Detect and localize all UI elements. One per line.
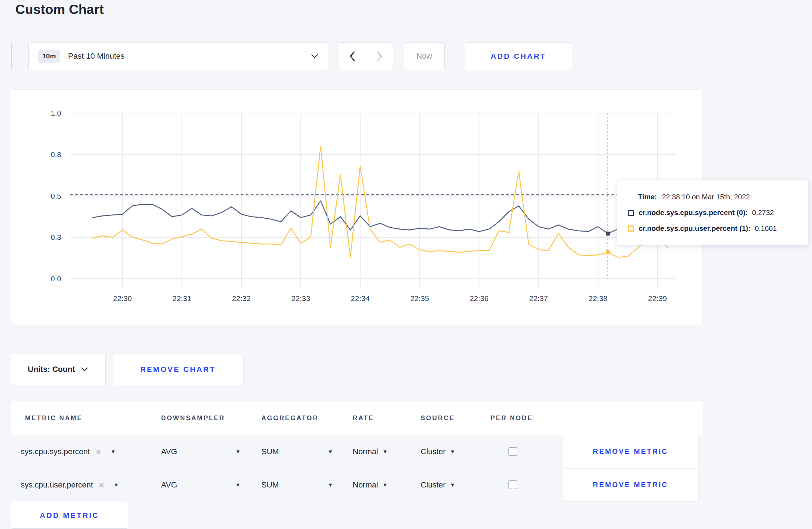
next-time-button[interactable] bbox=[366, 43, 393, 70]
svg-text:22:35: 22:35 bbox=[410, 294, 429, 302]
caret-down-icon: ▼ bbox=[450, 448, 455, 455]
per-node-checkbox[interactable] bbox=[508, 447, 517, 456]
svg-text:22:34: 22:34 bbox=[351, 294, 370, 302]
chart-tooltip: Time: 22:38:10 on Mar 15th, 2022 cr.node… bbox=[617, 180, 808, 245]
svg-text:22:36: 22:36 bbox=[470, 294, 489, 302]
time-range-select[interactable]: 10m Past 10 Minutes bbox=[28, 42, 328, 70]
caret-down-icon: ▼ bbox=[382, 448, 388, 455]
svg-text:0.3: 0.3 bbox=[51, 233, 61, 241]
header-downsampler: DOWNSAMPLER bbox=[161, 414, 225, 422]
downsampler-select[interactable]: AVG ▼ bbox=[161, 468, 241, 501]
svg-text:22:38: 22:38 bbox=[589, 294, 608, 302]
aggregator-value: SUM bbox=[261, 480, 279, 490]
header-aggregator: AGGREGATOR bbox=[261, 414, 319, 422]
chevron-down-icon bbox=[81, 367, 88, 372]
add-chart-button[interactable]: ADD CHART bbox=[465, 42, 572, 70]
units-label: Units: Count bbox=[28, 365, 75, 374]
svg-text:0.5: 0.5 bbox=[51, 192, 61, 200]
metric-name-select[interactable]: sys.cpu.sys.percent × ▼ bbox=[21, 435, 175, 468]
chart-card: 22:3022:3122:3222:3322:3422:3522:3622:37… bbox=[11, 89, 703, 325]
remove-metric-button[interactable]: REMOVE METRIC bbox=[562, 468, 699, 501]
rate-select[interactable]: Normal ▼ bbox=[353, 435, 388, 468]
header-metric-name: METRIC NAME bbox=[25, 414, 83, 422]
svg-text:22:31: 22:31 bbox=[173, 294, 192, 302]
chevron-down-icon bbox=[311, 54, 319, 59]
tooltip-user-label: cr.node.sys.cpu.user.percent (1): bbox=[639, 224, 750, 233]
aggregator-value: SUM bbox=[261, 447, 279, 456]
downsampler-select[interactable]: AVG ▼ bbox=[161, 435, 241, 468]
svg-text:22:33: 22:33 bbox=[291, 294, 310, 302]
aggregator-select[interactable]: SUM ▼ bbox=[261, 435, 333, 468]
rate-value: Normal bbox=[353, 480, 378, 490]
tooltip-sys-value: 0.2732 bbox=[752, 209, 774, 217]
metric-row-sys: sys.cpu.sys.percent × ▼ AVG ▼ SUM ▼ Norm… bbox=[11, 435, 703, 468]
rate-select[interactable]: Normal ▼ bbox=[353, 468, 388, 501]
per-node-cell bbox=[490, 468, 535, 501]
downsampler-value: AVG bbox=[161, 447, 177, 456]
header-source: SOURCE bbox=[421, 414, 455, 422]
caret-down-icon: ▼ bbox=[450, 482, 455, 488]
metric-name: sys.cpu.sys.percent bbox=[21, 447, 90, 456]
downsampler-value: AVG bbox=[161, 480, 177, 490]
caret-down-icon: ▼ bbox=[235, 448, 241, 455]
source-value: Cluster bbox=[421, 480, 446, 490]
source-select[interactable]: Cluster ▼ bbox=[421, 435, 455, 468]
svg-text:22:30: 22:30 bbox=[113, 294, 132, 302]
clear-metric-icon[interactable]: × bbox=[99, 480, 104, 490]
svg-text:1.0: 1.0 bbox=[51, 109, 61, 117]
units-select[interactable]: Units: Count bbox=[11, 354, 106, 385]
tooltip-time-value: 22:38:10 on Mar 15th, 2022 bbox=[662, 193, 750, 201]
metric-name: sys.cpu.user.percent bbox=[21, 480, 93, 490]
metric-row-user: sys.cpu.user.percent × ▼ AVG ▼ SUM ▼ Nor… bbox=[11, 468, 703, 501]
time-range-label: Past 10 Minutes bbox=[68, 52, 311, 61]
now-button[interactable]: Now bbox=[404, 42, 445, 70]
header-rate: RATE bbox=[353, 414, 374, 422]
rate-value: Normal bbox=[353, 447, 378, 456]
source-select[interactable]: Cluster ▼ bbox=[421, 468, 455, 501]
clear-metric-icon[interactable]: × bbox=[96, 447, 101, 456]
custom-chart-page: Custom Chart 10m Past 10 Minutes Now ADD… bbox=[0, 0, 812, 529]
toolbar-left-divider bbox=[11, 42, 12, 70]
caret-down-icon: ▼ bbox=[235, 482, 241, 488]
add-metric-button[interactable]: ADD METRIC bbox=[11, 502, 128, 529]
user-series-swatch-icon bbox=[628, 225, 634, 232]
chevron-right-icon bbox=[376, 51, 383, 62]
remove-metric-button[interactable]: REMOVE METRIC bbox=[562, 435, 699, 468]
tooltip-sys-label: cr.node.sys.cpu.sys.percent (0): bbox=[639, 209, 748, 217]
header-per-node: PER NODE bbox=[490, 414, 533, 422]
source-value: Cluster bbox=[421, 447, 446, 456]
caret-down-icon: ▼ bbox=[113, 482, 119, 488]
caret-down-icon: ▼ bbox=[110, 448, 116, 455]
metric-name-select[interactable]: sys.cpu.user.percent × ▼ bbox=[21, 468, 175, 501]
page-title: Custom Chart bbox=[15, 2, 104, 17]
remove-chart-button[interactable]: REMOVE CHART bbox=[112, 354, 244, 385]
tooltip-user-value: 0.1601 bbox=[755, 224, 777, 233]
svg-text:22:39: 22:39 bbox=[648, 294, 667, 302]
chevron-left-icon bbox=[349, 51, 356, 62]
per-node-checkbox[interactable] bbox=[508, 480, 517, 489]
time-step-buttons bbox=[339, 42, 393, 70]
caret-down-icon: ▼ bbox=[328, 448, 333, 455]
per-node-cell bbox=[490, 435, 535, 468]
time-range-badge: 10m bbox=[38, 50, 60, 63]
svg-text:22:37: 22:37 bbox=[529, 294, 548, 302]
timeseries-chart[interactable]: 22:3022:3122:3222:3322:3422:3522:3622:37… bbox=[11, 90, 703, 325]
prev-time-button[interactable] bbox=[339, 43, 366, 70]
tooltip-time-label: Time: bbox=[638, 193, 657, 201]
sys-series-swatch-icon bbox=[628, 210, 634, 216]
svg-text:0.0: 0.0 bbox=[51, 275, 61, 283]
svg-text:22:32: 22:32 bbox=[232, 294, 251, 302]
caret-down-icon: ▼ bbox=[382, 482, 388, 488]
metrics-table-header: METRIC NAME DOWNSAMPLER AGGREGATOR RATE … bbox=[11, 401, 703, 435]
svg-text:0.8: 0.8 bbox=[51, 150, 61, 159]
aggregator-select[interactable]: SUM ▼ bbox=[261, 468, 333, 501]
caret-down-icon: ▼ bbox=[328, 482, 333, 488]
